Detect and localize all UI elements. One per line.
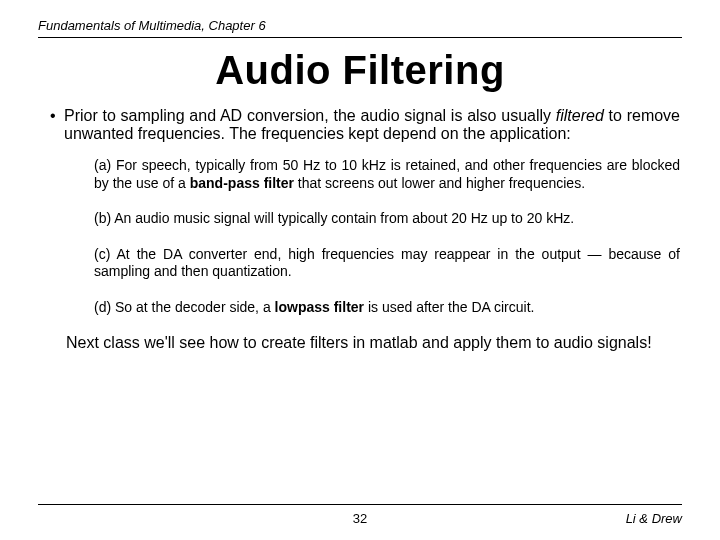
slide-title: Audio Filtering [38,48,682,93]
item-label: (a) [94,157,111,173]
item-post: that screens out lower and higher freque… [294,175,585,191]
list-item: (b) An audio music signal will typically… [94,210,680,228]
closing-text: Next class we'll see how to create filte… [38,334,682,352]
item-pre: At the DA converter end, high frequencie… [94,246,680,280]
item-label: (b) [94,210,111,226]
item-pre: An audio music signal will typically con… [111,210,574,226]
slide: Fundamentals of Multimedia, Chapter 6 Au… [0,0,720,540]
item-bold: band-pass filter [190,175,294,191]
bullet-text-pre: Prior to sampling and AD conversion, the… [64,107,556,124]
item-post: is used after the DA circuit. [364,299,534,315]
sub-list: (a) For speech, typically from 50 Hz to … [38,157,682,316]
slide-footer: 32 Li & Drew [38,504,682,526]
list-item: (a) For speech, typically from 50 Hz to … [94,157,680,192]
chapter-header: Fundamentals of Multimedia, Chapter 6 [38,18,682,38]
bullet-marker: • [50,107,64,125]
item-label: (d) [94,299,111,315]
item-label: (c) [94,246,110,262]
bullet-text-italic: filtered [556,107,604,124]
list-item: (c) At the DA converter end, high freque… [94,246,680,281]
main-bullet: •Prior to sampling and AD conversion, th… [38,107,682,143]
item-bold: lowpass filter [275,299,364,315]
page-number: 32 [38,511,682,526]
item-pre: So at the decoder side, a [111,299,274,315]
list-item: (d) So at the decoder side, a lowpass fi… [94,299,680,317]
